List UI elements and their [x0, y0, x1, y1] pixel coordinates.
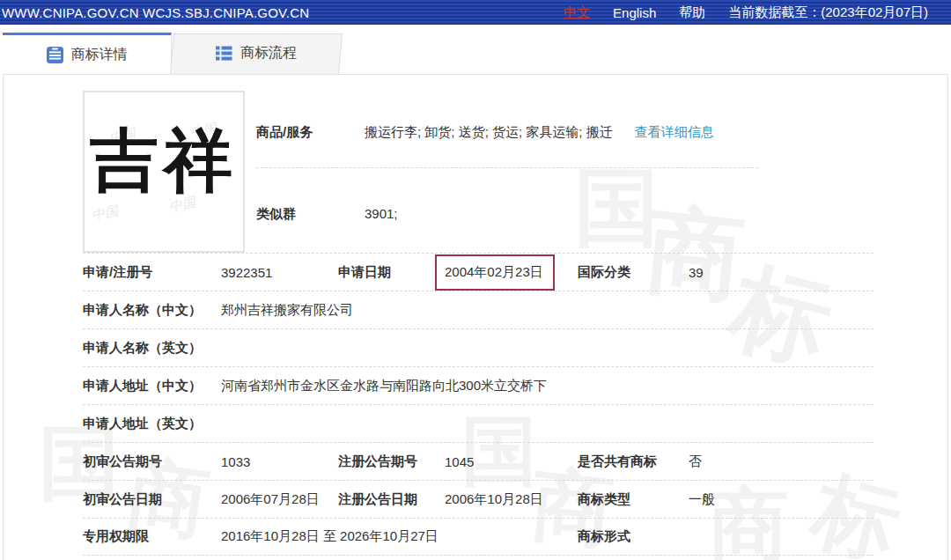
app-date-value: 2004年02月23日	[445, 264, 543, 279]
view-details-link[interactable]: 查看详细信息	[635, 124, 714, 141]
divider	[256, 167, 758, 168]
tm-type-label: 商标类型	[578, 491, 689, 508]
reg-no-label: 申请/注册号	[83, 264, 221, 281]
similar-group-label: 类似群	[256, 206, 365, 223]
reg-pub-no-label: 注册公告期号	[338, 453, 445, 470]
prelim-date-label: 初审公告日期	[83, 491, 221, 508]
table-row: 申请/注册号 3922351 申请日期 2004年02月23日 国际分类 39	[83, 253, 874, 291]
image-watermark: 中国	[90, 203, 119, 225]
top-bar: WWW.CNIPA.GOV.CN WCJS.SBJ.CNIPA.GOV.CN 中…	[0, 0, 951, 25]
trademark-calligraphy-text: 吉祥	[85, 126, 243, 195]
table-row: 专用权期限 2016年10月28日 至 2026年10月27日 商标形式	[83, 518, 874, 556]
app-date-label: 申请日期	[338, 264, 445, 281]
field-rows: 申请/注册号 3922351 申请日期 2004年02月23日 国际分类 39 …	[4, 253, 949, 556]
prelim-date-value: 2006年07月28日	[221, 491, 338, 508]
similar-group-value: 3901;	[365, 206, 398, 221]
table-row: 初审公告日期 2006年07月28日 注册公告日期 2006年10月28日 商标…	[83, 480, 874, 518]
shared-label: 是否共有商标	[578, 453, 689, 470]
term-value: 2016年10月28日 至 2026年10月27日	[221, 528, 578, 545]
prelim-no-value: 1033	[221, 454, 338, 469]
shared-value: 否	[689, 453, 874, 470]
goods-services-label: 商品/服务	[256, 124, 365, 141]
highlight-box: 2004年02月23日	[435, 254, 555, 291]
table-row: 申请人地址（英文）	[83, 404, 874, 442]
intl-class-label: 国际分类	[578, 264, 689, 281]
applicant-cn-value: 郑州吉祥搬家有限公司	[221, 302, 874, 319]
table-row: 申请人名称（英文）	[83, 328, 874, 366]
applicant-en-label: 申请人名称（英文）	[83, 340, 221, 357]
table-row: 申请人名称（中文） 郑州吉祥搬家有限公司	[83, 291, 874, 328]
tm-type-value: 一般	[689, 491, 874, 508]
prelim-no-label: 初审公告期号	[83, 453, 221, 470]
topbar-nav: 中文 English 帮助 当前数据截至：(2023年02月07日)	[564, 4, 951, 21]
reg-pub-date-label: 注册公告日期	[338, 491, 445, 508]
tab-trademark-detail-label: 商标详情	[71, 46, 128, 64]
goods-services-value: 搬运行李; 卸货; 送货; 货运; 家具运输; 搬迁	[365, 124, 613, 141]
goods-services-row: 商品/服务 搬运行李; 卸货; 送货; 货运; 家具运输; 搬迁 查看详细信息	[256, 124, 943, 141]
address-en-label: 申请人地址（英文）	[83, 416, 221, 432]
similar-group-row: 类似群 3901;	[256, 206, 785, 223]
document-list-icon	[47, 47, 63, 63]
table-row: 初审公告期号 1033 注册公告期号 1045 是否共有商标 否	[83, 442, 874, 480]
term-label: 专用权期限	[83, 528, 221, 545]
tm-form-label: 商标形式	[578, 528, 689, 545]
intl-class-value: 39	[689, 265, 874, 280]
applicant-cn-label: 申请人名称（中文）	[83, 302, 221, 319]
address-cn-value: 河南省郑州市金水区金水路与南阳路向北300米立交桥下	[221, 378, 874, 394]
tab-trademark-detail[interactable]: 商标详情	[3, 33, 172, 74]
reg-pub-date-value: 2006年10月28日	[445, 491, 578, 508]
data-cutoff-text: 当前数据截至：(2023年02月07日)	[728, 4, 928, 21]
reg-no-value: 3922351	[221, 265, 338, 280]
trademark-image[interactable]: 中国 中国 中国 中国 吉祥	[83, 91, 245, 253]
trademark-detail-panel: 国 商 标 国 商 国 商 标 商 中国 中国 中国 中国 吉祥 商品/服务 搬…	[3, 74, 948, 560]
address-cn-label: 申请人地址（中文）	[83, 378, 221, 394]
list-blocks-icon	[216, 45, 232, 62]
reg-pub-no-value: 1045	[445, 454, 578, 469]
table-row: 申请人地址（中文） 河南省郑州市金水区金水路与南阳路向北300米立交桥下	[83, 366, 874, 404]
help-link[interactable]: 帮助	[679, 4, 705, 21]
lang-chinese-link[interactable]: 中文	[564, 4, 590, 21]
site-url-text: WWW.CNIPA.GOV.CN WCJS.SBJ.CNIPA.GOV.CN	[0, 5, 309, 20]
tab-trademark-process[interactable]: 商标流程	[172, 33, 341, 74]
tab-trademark-process-label: 商标流程	[240, 44, 297, 63]
lang-english-link[interactable]: English	[613, 5, 656, 20]
app-date-cell: 2004年02月23日	[445, 254, 578, 291]
tab-bar: 商标详情 商标流程	[3, 33, 341, 74]
